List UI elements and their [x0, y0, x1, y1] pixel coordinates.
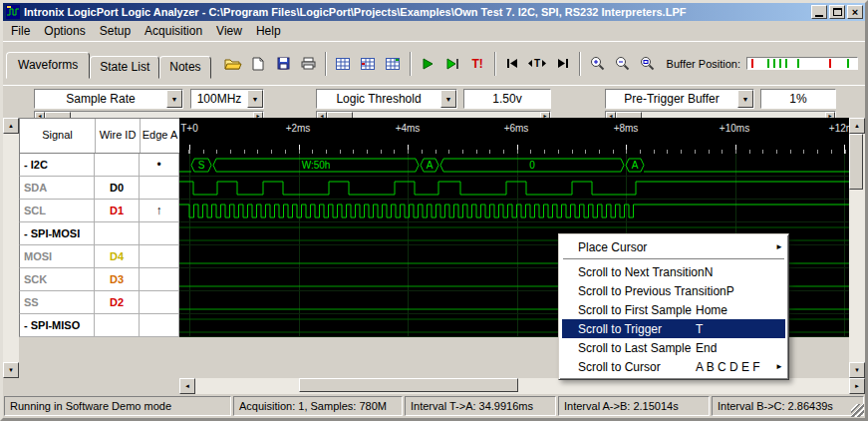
tab-state-list[interactable]: State List [90, 56, 159, 79]
title-bar[interactable]: Intronix LogicPort Logic Analyzer - C:\P… [3, 3, 865, 21]
new-project-button[interactable] [246, 52, 271, 76]
run-acquisition-button[interactable] [416, 52, 440, 76]
scrollbar-track[interactable] [195, 378, 849, 394]
signal-name-cell[interactable]: - SPI-MOSI [19, 222, 95, 245]
edge-cell[interactable] [140, 177, 179, 200]
context-menu-item[interactable]: Scroll to Next TransitionN [562, 262, 785, 281]
resize-grip[interactable] [851, 404, 864, 417]
timeline-ruler[interactable]: T+0+2ms+4ms+6ms+8ms+10ms+12ms [179, 118, 849, 154]
context-menu-item[interactable]: Scroll to CursorA B C D E F► [562, 357, 785, 376]
wire-id-cell[interactable] [95, 314, 140, 337]
buffer-position-bar[interactable] [746, 57, 858, 70]
wire-id-cell[interactable] [95, 154, 140, 177]
scrollbar-thumb[interactable] [849, 134, 863, 190]
waveform-display[interactable] [179, 200, 849, 222]
context-menu-item[interactable]: Scroll to TriggerT [562, 319, 785, 338]
sample-rate-select[interactable]: Sample Rate ▼ [34, 89, 183, 109]
toolbar: Waveforms State List Notes [3, 41, 865, 85]
signal-name-cell[interactable]: SCK [19, 268, 95, 291]
chevron-down-icon[interactable]: ▼ [166, 90, 182, 108]
scrollbar-track[interactable] [3, 134, 19, 362]
scroll-up-button[interactable]: ▲ [849, 118, 865, 134]
menu-file[interactable]: File [4, 22, 37, 40]
grid-icon [336, 58, 350, 70]
signal-row[interactable]: SDAD0 [19, 177, 849, 200]
edge-cell[interactable]: • [140, 154, 179, 177]
waveform-horizontal-scrollbar[interactable]: ◄ ► [179, 378, 865, 394]
logic-threshold-value-field[interactable]: 1.50v [463, 89, 551, 109]
edge-cell[interactable] [140, 268, 179, 291]
pre-trigger-select[interactable]: Pre-Trigger Buffer ▼ [605, 89, 754, 109]
edge-cell[interactable] [140, 245, 179, 268]
menu-view[interactable]: View [209, 22, 249, 40]
wire-id-cell[interactable]: D4 [95, 245, 140, 268]
menu-acquisition[interactable]: Acquisition [138, 22, 209, 40]
open-project-button[interactable] [221, 52, 246, 76]
scrollbar-track[interactable] [849, 134, 865, 362]
wire-id-cell[interactable]: D1 [95, 200, 140, 222]
close-button[interactable]: × [847, 5, 863, 19]
scroll-up-button[interactable]: ▲ [3, 118, 19, 134]
scrollbar-thumb[interactable] [299, 378, 518, 392]
edge-cell[interactable] [140, 314, 179, 337]
context-menu-item[interactable]: Scroll to First SampleHome [562, 300, 785, 319]
goto-first-sample-button[interactable] [500, 52, 525, 76]
signal-row[interactable]: SCLD1↑ [19, 200, 849, 222]
menu-setup[interactable]: Setup [93, 22, 138, 40]
zoom-all-button[interactable] [635, 52, 660, 76]
signal-row[interactable]: - I2C•SW:50hA0A [19, 154, 849, 177]
sample-rate-value: 100MHz [191, 92, 247, 106]
waveform-display[interactable] [179, 177, 849, 200]
save-project-button[interactable] [271, 52, 296, 76]
signal-name-cell[interactable]: SS [19, 291, 95, 314]
goto-trigger-button[interactable]: T [525, 52, 550, 76]
sample-rate-value-select[interactable]: 100MHz ▼ [190, 89, 264, 109]
waveform-vertical-scrollbar[interactable]: ▲ ▼ [849, 118, 865, 378]
scroll-down-button[interactable]: ▼ [849, 362, 865, 378]
minimize-button[interactable] [811, 5, 827, 19]
print-button[interactable] [296, 52, 321, 76]
logic-threshold-select[interactable]: Logic Threshold ▼ [316, 89, 457, 109]
wire-id-cell[interactable]: D0 [95, 177, 140, 200]
goto-last-sample-button[interactable] [550, 52, 575, 76]
scroll-down-button[interactable]: ▼ [3, 362, 19, 378]
signals-setup-button[interactable] [331, 52, 356, 76]
signal-name-cell[interactable]: SDA [19, 177, 95, 200]
tab-notes[interactable]: Notes [159, 56, 210, 79]
context-menu-item[interactable]: Scroll to Last SampleEnd [562, 338, 785, 357]
edge-cell[interactable] [140, 291, 179, 314]
menu-options[interactable]: Options [37, 22, 92, 40]
stop-trigger-button[interactable]: T! [465, 52, 490, 76]
waveform-display[interactable]: SW:50hA0A [179, 154, 849, 177]
context-menu-item[interactable]: Scroll to Previous TransitionP [562, 281, 785, 300]
wire-id-cell[interactable] [95, 222, 140, 245]
edge-cell[interactable] [140, 222, 179, 245]
signal-name-cell[interactable]: - SPI-MISO [19, 314, 95, 337]
wire-id-cell[interactable]: D2 [95, 291, 140, 314]
maximize-button[interactable] [829, 5, 845, 19]
signals-vertical-scrollbar[interactable]: ▲ ▼ [3, 118, 19, 378]
signal-name-cell[interactable]: - I2C [19, 154, 95, 177]
measurements-setup-button[interactable] [381, 52, 406, 76]
wire-id-cell[interactable]: D3 [95, 268, 140, 291]
buffer-stripe [829, 59, 831, 68]
signal-name-cell[interactable]: SCL [19, 200, 95, 222]
scroll-left-button[interactable]: ◄ [179, 378, 195, 394]
zoom-out-button[interactable] [610, 52, 635, 76]
open-folder-icon [224, 57, 242, 71]
tab-waveforms[interactable]: Waveforms [6, 52, 90, 79]
scroll-right-button[interactable]: ► [849, 378, 865, 394]
up-arrow-icon: ▲ [854, 123, 860, 129]
signal-name-cell[interactable]: MOSI [19, 245, 95, 268]
chevron-down-icon[interactable]: ▼ [440, 90, 456, 108]
chevron-down-icon[interactable]: ▼ [247, 90, 263, 108]
menu-help[interactable]: Help [249, 22, 288, 40]
zoom-in-button[interactable] [585, 52, 610, 76]
single-acquisition-button[interactable] [440, 52, 465, 76]
interpreters-setup-button[interactable] [356, 52, 381, 76]
pre-trigger-value-field[interactable]: 1% [760, 89, 836, 109]
timeline-tick-label: +8ms [614, 123, 639, 134]
context-menu-item[interactable]: Place Cursor► [562, 237, 785, 256]
chevron-down-icon[interactable]: ▼ [737, 90, 753, 108]
edge-cell[interactable]: ↑ [140, 200, 179, 222]
